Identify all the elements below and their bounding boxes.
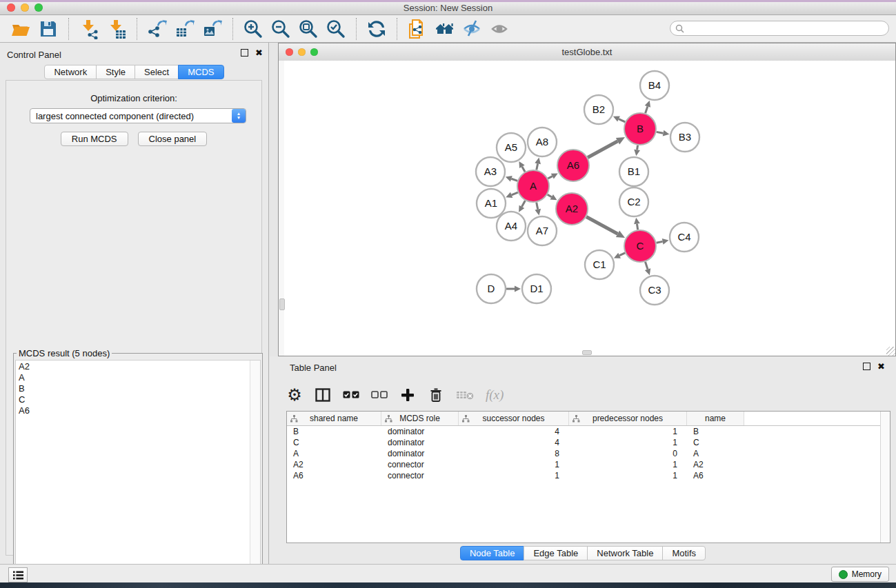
graph-arrowhead [634, 218, 640, 225]
column-label: predecessor nodes [593, 414, 663, 423]
tab-network[interactable]: Network [44, 65, 97, 79]
apply-layout-icon[interactable] [365, 18, 388, 40]
graph-edge-A-A5[interactable] [522, 167, 525, 172]
export-network-icon[interactable] [146, 18, 169, 40]
new-network-from-selection-icon[interactable] [406, 18, 429, 40]
resize-grip[interactable] [886, 347, 895, 356]
float-panel-icon[interactable] [241, 49, 248, 57]
graph-edge-C-C1[interactable] [619, 253, 625, 256]
graph-node-label-A6: A6 [567, 159, 579, 171]
close-table-panel-icon[interactable]: ✖ [877, 363, 885, 370]
network-window-titlebar[interactable]: testGlobe.txt [279, 43, 895, 61]
mcds-result-item[interactable]: B [19, 383, 260, 394]
search-input[interactable] [670, 21, 889, 36]
graph-edge-C-C2[interactable] [637, 224, 637, 230]
graph-node-label-C4: C4 [677, 231, 690, 243]
column-label: MCDS role [399, 414, 440, 423]
tab-network-table[interactable]: Network Table [587, 546, 663, 560]
tab-select[interactable]: Select [135, 65, 179, 79]
graph-edge-B-B4[interactable] [646, 106, 648, 113]
zoom-fit-icon[interactable] [297, 18, 320, 40]
show-all-icon[interactable] [488, 18, 512, 40]
network-horizontal-scrollbar[interactable] [582, 350, 592, 355]
mcds-panel: Optimization criterion: largest connecte… [6, 80, 262, 556]
float-table-panel-icon[interactable] [863, 363, 870, 370]
table-row[interactable]: A2connector11A2 [287, 459, 890, 470]
table-cell: C [687, 438, 744, 447]
column-header-name[interactable]: name [687, 412, 744, 425]
deselect-all-rows-icon[interactable] [371, 385, 388, 405]
zoom-out-icon[interactable] [269, 18, 292, 40]
delete-columns-icon[interactable] [428, 385, 444, 405]
table-cell: 0 [569, 449, 687, 458]
column-header-shared-name[interactable]: shared name [287, 412, 381, 425]
graph-node-label-B2: B2 [593, 103, 605, 115]
graph-edge-A-A7[interactable] [537, 203, 538, 210]
graph-node-label-A8: A8 [536, 136, 548, 148]
task-history-button[interactable] [8, 567, 28, 582]
graph-edge-A-A3[interactable] [511, 179, 517, 181]
table-cell: C [287, 438, 381, 447]
graph-edge-A-A4[interactable] [521, 201, 525, 207]
table-cell: 1 [569, 471, 687, 480]
table-row[interactable]: Adominator80A [287, 448, 890, 459]
graph-edge-B-B3[interactable] [657, 132, 664, 133]
network-canvas[interactable]: B4B2BB3B1A5A8A3AA1A6A4A7A2C2C4CC1C3DD1 [279, 61, 895, 356]
graph-edge-B-B1[interactable] [637, 145, 638, 150]
graph-edge-C-C4[interactable] [657, 241, 663, 243]
mcds-result-item[interactable]: A [19, 372, 260, 383]
network-vertical-scrollbar[interactable] [279, 61, 284, 356]
run-mcds-button[interactable]: Run MCDS [61, 132, 128, 146]
graph-edge-A-A1[interactable] [512, 192, 518, 195]
mcds-result-item[interactable]: A2 [19, 361, 260, 372]
close-panel-icon[interactable]: ✖ [255, 50, 263, 57]
close-panel-button[interactable]: Close panel [138, 132, 208, 146]
hide-selected-icon[interactable] [461, 18, 484, 40]
column-view-icon[interactable] [315, 385, 331, 405]
toolbar-separator [356, 18, 357, 40]
graph-edge-A-A2[interactable] [548, 194, 552, 197]
graph-edge-C-C3[interactable] [645, 262, 648, 270]
select-all-rows-icon[interactable] [343, 385, 359, 405]
graph-arrowhead [645, 268, 650, 275]
save-session-icon[interactable] [37, 18, 60, 40]
column-header-predecessor-nodes[interactable]: predecessor nodes [569, 412, 687, 425]
graph-edge-B-B2[interactable] [619, 119, 625, 122]
export-table-icon[interactable] [173, 18, 197, 40]
tab-style[interactable]: Style [96, 65, 135, 79]
mcds-result-item[interactable]: C [19, 394, 260, 405]
import-network-icon[interactable] [77, 18, 101, 40]
column-label: shared name [310, 414, 358, 423]
tab-node-table[interactable]: Node Table [460, 546, 525, 560]
graph-edge-A6-B[interactable] [588, 141, 617, 158]
search-icon [675, 23, 684, 36]
table-scrollbar[interactable] [880, 412, 890, 543]
tab-mcds[interactable]: MCDS [178, 65, 223, 79]
column-header-MCDS-role[interactable]: MCDS role [381, 412, 459, 425]
zoom-in-icon[interactable] [241, 18, 265, 40]
zoom-selected-icon[interactable] [324, 18, 348, 40]
table-row[interactable]: Bdominator41B [287, 426, 890, 437]
export-image-icon[interactable] [201, 18, 224, 40]
table-row[interactable]: A6connector11A6 [287, 470, 890, 481]
import-table-icon[interactable] [105, 18, 128, 40]
graph-node-label-D1: D1 [530, 283, 543, 294]
graph-node-label-B4: B4 [648, 79, 661, 91]
open-file-icon[interactable] [9, 18, 32, 40]
mcds-result-item[interactable]: A6 [19, 405, 260, 416]
table-row[interactable]: Cdominator41C [287, 437, 890, 448]
memory-button[interactable]: Memory [831, 567, 889, 582]
column-label: name [705, 414, 726, 423]
gear-icon[interactable]: ⚙ [286, 385, 303, 405]
toolbar-separator [137, 18, 137, 40]
graph-edge-A-A6[interactable] [548, 176, 552, 179]
graph-edge-A-A8[interactable] [537, 163, 538, 170]
first-neighbors-icon[interactable] [433, 18, 457, 40]
column-header-successor-nodes[interactable]: successor nodes [459, 412, 569, 425]
optimization-criterion-select[interactable]: largest connected component (directed) ▲… [30, 108, 246, 123]
graph-edge-A2-C[interactable] [586, 216, 617, 234]
tab-edge-table[interactable]: Edge Table [524, 546, 588, 560]
add-column-icon[interactable] [399, 385, 416, 405]
tab-motifs[interactable]: Motifs [662, 546, 706, 560]
result-scrollbar[interactable] [250, 361, 260, 584]
